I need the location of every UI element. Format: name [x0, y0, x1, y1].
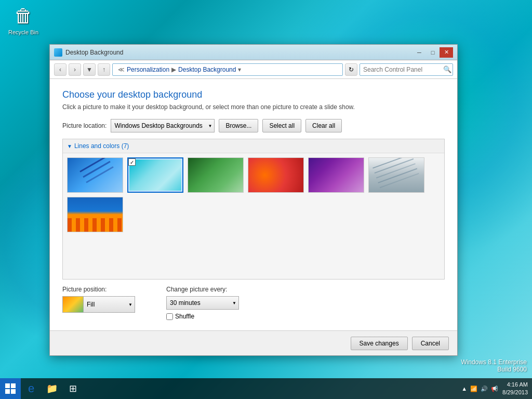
window-app-icon — [54, 48, 62, 57]
taskbar: e 📁 ⊞ ▲ 📶 🔊 📢 4:16 AM 8/29/2013 — [0, 378, 532, 399]
picture-location-row: Picture location: Windows Desktop Backgr… — [62, 119, 445, 132]
wallpaper-thumb-2 — [127, 157, 183, 193]
double-arrow: ≪ — [118, 66, 125, 73]
up-arrow-icon[interactable]: ▲ — [461, 385, 467, 392]
internet-explorer-icon[interactable]: e — [21, 378, 42, 399]
recent-button[interactable]: ▼ — [83, 63, 96, 76]
picture-location-select[interactable]: Windows Desktop Backgrounds — [111, 119, 215, 132]
windows-logo-icon — [5, 383, 16, 394]
close-button[interactable]: ✕ — [440, 47, 453, 58]
position-preview-thumbnail — [62, 296, 83, 313]
clock-date: 8/29/2013 — [502, 389, 528, 396]
shuffle-checkbox[interactable] — [166, 313, 173, 320]
recycle-bin-label: Recycle Bin — [8, 29, 38, 35]
taskbar-icons: e 📁 ⊞ — [21, 378, 83, 399]
select-all-button[interactable]: Select all — [262, 119, 301, 132]
list-item[interactable] — [188, 157, 244, 193]
list-item[interactable]: ✓ — [127, 157, 183, 193]
desktop: 🗑 Recycle Bin Windows 8.1 Enterprise Bui… — [0, 0, 532, 399]
wallpaper-thumb-1 — [67, 157, 123, 193]
recycle-bin-icon[interactable]: 🗑 Recycle Bin — [5, 5, 42, 35]
address-path[interactable]: ≪ Personalization ▶ Desktop Background ▾ — [112, 63, 343, 76]
up-button[interactable]: ↑ — [98, 63, 110, 76]
os-info-line2: Build 9600 — [461, 366, 527, 373]
picture-location-select-wrapper: Windows Desktop Backgrounds — [111, 119, 215, 132]
window-title: Desktop Background — [65, 49, 413, 56]
breadcrumb-desktop-background[interactable]: Desktop Background — [178, 66, 236, 73]
interval-select[interactable]: 30 minutes 10 seconds 30 seconds 1 minut… — [166, 296, 239, 310]
position-select-outer: Fill Fit Stretch Tile Center Span — [83, 296, 135, 313]
search-box[interactable]: 🔍 — [360, 63, 453, 76]
path-arrow: ▶ — [171, 66, 176, 73]
path-dropdown: ▾ — [238, 66, 241, 73]
picture-position-label: Picture position: — [62, 286, 135, 293]
wallpaper-thumb-6 — [368, 157, 424, 193]
list-item[interactable] — [368, 157, 424, 193]
clock-time: 4:16 AM — [502, 381, 528, 389]
speaker-icon[interactable]: 📢 — [491, 385, 498, 392]
image-checkbox-2[interactable]: ✓ — [128, 158, 136, 166]
os-info: Windows 8.1 Enterprise Build 9600 — [461, 358, 527, 373]
list-item[interactable] — [308, 157, 364, 193]
forward-button[interactable]: › — [69, 63, 81, 76]
bottom-options: Picture position: Fill Fit Stretch Tile … — [62, 280, 445, 320]
list-item[interactable] — [248, 157, 304, 193]
position-select-wrapper: Fill Fit Stretch Tile Center Span — [62, 296, 135, 313]
volume-icon[interactable]: 🔊 — [481, 385, 488, 392]
position-select[interactable]: Fill Fit Stretch Tile Center Span — [83, 296, 135, 313]
cancel-button[interactable]: Cancel — [412, 337, 449, 350]
taskbar-right: ▲ 📶 🔊 📢 4:16 AM 8/29/2013 — [461, 381, 532, 397]
network-icon[interactable]: 📶 — [470, 385, 477, 392]
file-explorer-icon[interactable]: 📁 — [42, 378, 62, 399]
window-controls: ─ □ ✕ — [413, 47, 453, 58]
window-content: Choose your desktop background Click a p… — [50, 79, 457, 330]
content-description: Click a picture to make it your desktop … — [62, 103, 445, 111]
recycle-bin-graphic: 🗑 — [14, 5, 33, 27]
address-bar: ‹ › ▼ ↑ ≪ Personalization ▶ Desktop Back… — [50, 60, 457, 79]
window-titlebar: Desktop Background ─ □ ✕ — [50, 45, 457, 60]
system-tray: ▲ 📶 🔊 📢 — [461, 385, 498, 392]
search-icon: 🔍 — [443, 65, 451, 73]
group-title: Lines and colors (7) — [74, 142, 129, 150]
desktop-background-window: Desktop Background ─ □ ✕ ‹ › ▼ ↑ ≪ Perso… — [49, 44, 458, 356]
group-collapse-arrow[interactable]: ▼ — [67, 143, 72, 149]
back-button[interactable]: ‹ — [54, 63, 66, 76]
refresh-button[interactable]: ↻ — [345, 63, 357, 76]
os-info-line1: Windows 8.1 Enterprise — [461, 358, 527, 366]
picture-location-label: Picture location: — [62, 122, 107, 129]
image-group-header: ▼ Lines and colors (7) — [63, 139, 444, 153]
change-picture-section: Change picture every: 30 minutes 10 seco… — [166, 286, 239, 320]
clear-all-button[interactable]: Clear all — [305, 119, 342, 132]
wallpaper-thumb-5 — [308, 157, 364, 193]
window-footer: Save changes Cancel — [50, 330, 457, 355]
image-grid-container[interactable]: ▼ Lines and colors (7) ✓ — [62, 139, 445, 280]
list-item[interactable] — [67, 197, 123, 232]
wallpaper-thumb-7 — [67, 197, 123, 232]
start-button[interactable] — [0, 378, 21, 399]
content-title: Choose your desktop background — [62, 89, 445, 100]
interval-select-wrapper: 30 minutes 10 seconds 30 seconds 1 minut… — [166, 296, 239, 310]
wallpaper-thumb-3 — [188, 157, 244, 193]
search-input[interactable] — [363, 66, 441, 73]
picture-position-section: Picture position: Fill Fit Stretch Tile … — [62, 286, 135, 313]
control-panel-taskbar-icon[interactable]: ⊞ — [62, 378, 83, 399]
system-clock[interactable]: 4:16 AM 8/29/2013 — [502, 381, 528, 397]
breadcrumb-personalization[interactable]: Personalization — [127, 66, 169, 73]
shuffle-row: Shuffle — [166, 313, 239, 320]
change-picture-label: Change picture every: — [166, 286, 239, 293]
save-changes-button[interactable]: Save changes — [351, 337, 408, 350]
maximize-button[interactable]: □ — [426, 47, 440, 58]
browse-button[interactable]: Browse... — [219, 119, 258, 132]
list-item[interactable] — [67, 157, 123, 193]
wallpaper-thumb-4 — [248, 157, 304, 193]
minimize-button[interactable]: ─ — [413, 47, 426, 58]
image-grid: ✓ — [63, 153, 444, 236]
shuffle-label[interactable]: Shuffle — [175, 313, 194, 320]
